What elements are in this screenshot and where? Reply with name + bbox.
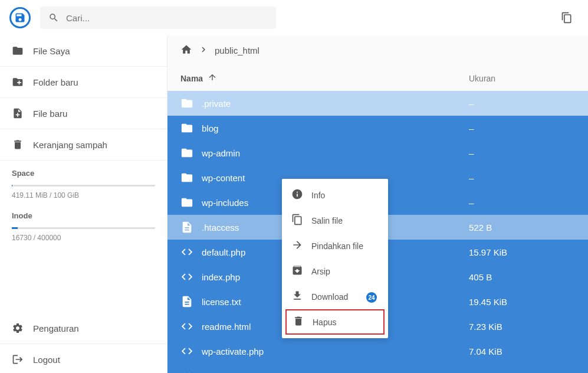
file-code-icon	[180, 369, 197, 373]
ctx-label: Salin file	[311, 216, 343, 225]
file-name: wp-admin	[197, 148, 469, 158]
ctx-info[interactable]: Info	[282, 182, 388, 208]
space-meter: Space 419.11 MiB / 100 GiB	[0, 161, 167, 203]
context-menu: InfoSalin filePindahkan fileArsipDownloa…	[282, 179, 388, 338]
sidebar-item-settings[interactable]: Pengaturan	[0, 313, 167, 344]
file-code-icon	[180, 270, 197, 283]
sidebar-label: File baru	[33, 109, 67, 119]
ctx-archive[interactable]: Arsip	[282, 259, 388, 284]
file-size: 19.45 KiB	[469, 297, 575, 307]
ctx-copy[interactable]: Salin file	[282, 208, 388, 233]
sidebar-item-logout[interactable]: Logout	[0, 344, 167, 373]
file-size: 7.23 KiB	[469, 322, 575, 332]
ctx-label: Arsip	[311, 267, 330, 276]
table-row[interactable]: .private–	[167, 91, 588, 116]
sidebar-item-newfolder[interactable]: Folder baru	[0, 67, 167, 98]
home-icon[interactable]	[180, 44, 192, 57]
file-name: wp-activate.php	[197, 346, 469, 356]
breadcrumb-current[interactable]: public_html	[215, 45, 259, 55]
sidebar-item-myfiles[interactable]: File Saya	[0, 35, 167, 67]
copy-icon	[291, 214, 303, 227]
arrow-up-icon	[208, 73, 217, 84]
breadcrumb: public_html	[167, 35, 588, 66]
badge: 24	[366, 292, 377, 303]
file-code-icon	[180, 345, 197, 358]
file-size: 405 B	[469, 272, 575, 282]
file-code-icon	[180, 246, 197, 259]
sidebar-label: Logout	[33, 355, 60, 365]
table-row[interactable]: wp-blog-header.php351 B	[167, 364, 588, 373]
col-size-header[interactable]: Ukuran	[469, 74, 575, 83]
file-size: –	[469, 99, 575, 109]
file-name: wp-blog-header.php	[197, 371, 469, 374]
copy-icon[interactable]	[555, 6, 579, 30]
file-size: –	[469, 173, 575, 183]
header	[0, 0, 588, 35]
app-logo[interactable]	[9, 7, 31, 28]
info-icon	[291, 188, 303, 202]
file-size: –	[469, 123, 575, 133]
ctx-move[interactable]: Pindahkan file	[282, 233, 388, 259]
chevron-right-icon	[198, 44, 209, 57]
ctx-delete[interactable]: Hapus	[285, 309, 385, 335]
search-box[interactable]	[40, 6, 276, 29]
col-name-header[interactable]: Nama	[180, 73, 469, 84]
file-size: 522 B	[469, 223, 575, 233]
file-name: .private	[197, 99, 469, 109]
table-row[interactable]: wp-activate.php7.04 KiB	[167, 339, 588, 364]
table-row[interactable]: blog–	[167, 116, 588, 140]
file-size: 15.97 KiB	[469, 247, 575, 257]
folder-icon	[180, 146, 197, 159]
archive-icon	[291, 264, 303, 278]
inode-meter: Inode 16730 / 400000	[0, 203, 167, 246]
sidebar-label: Folder baru	[33, 77, 78, 87]
table-header: Nama Ukuran	[167, 66, 588, 91]
move-icon	[291, 239, 303, 253]
folder-icon	[180, 122, 197, 135]
file-doc-icon	[180, 295, 197, 308]
ctx-label: Pindahkan file	[311, 241, 363, 251]
search-input[interactable]	[66, 13, 268, 23]
file-size: –	[469, 148, 575, 158]
sidebar-label: File Saya	[33, 46, 70, 56]
folder-icon	[180, 171, 197, 184]
download-icon	[291, 290, 303, 303]
file-doc-icon	[180, 221, 197, 234]
file-name: blog	[197, 123, 469, 133]
sidebar-label: Keranjang sampah	[33, 140, 107, 150]
file-code-icon	[180, 320, 197, 333]
file-size: 7.04 KiB	[469, 346, 575, 356]
file-size: 351 B	[469, 371, 575, 374]
folder-icon	[180, 196, 197, 209]
delete-icon	[293, 315, 304, 329]
ctx-label: Hapus	[313, 318, 336, 327]
table-row[interactable]: wp-admin–	[167, 140, 588, 165]
ctx-label: Download	[311, 292, 348, 302]
folder-icon	[180, 97, 197, 110]
sidebar-item-newfile[interactable]: File baru	[0, 98, 167, 129]
sidebar: File Saya Folder baru File baru Keranjan…	[0, 35, 167, 373]
sidebar-item-trash[interactable]: Keranjang sampah	[0, 129, 167, 161]
file-size: –	[469, 198, 575, 208]
ctx-label: Info	[311, 191, 325, 200]
sidebar-label: Pengaturan	[33, 323, 79, 333]
